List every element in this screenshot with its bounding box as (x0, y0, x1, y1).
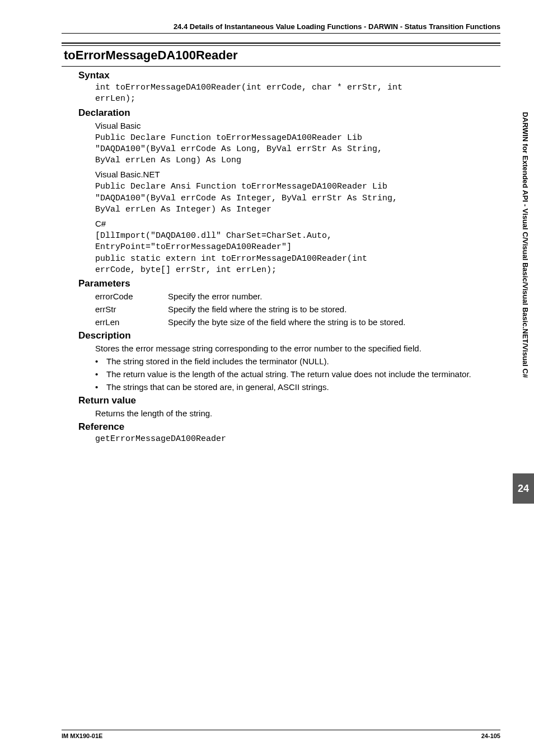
vbnet-code: Public Declare Ansi Function toErrorMess… (95, 181, 500, 215)
page-title: toErrorMessageDA100Reader (62, 47, 500, 67)
vbnet-label: Visual Basic.NET (95, 168, 500, 180)
vb-label: Visual Basic (95, 120, 500, 132)
page-footer: IM MX190-01E 24-105 (62, 730, 500, 739)
param-desc: Specify the field where the string is to… (168, 303, 500, 315)
bullet-text: The string stored in the field includes … (106, 355, 329, 367)
sidebar-chapter: 24 (513, 473, 534, 504)
bullet-icon: • (95, 368, 106, 380)
bullet-icon: • (95, 381, 106, 393)
declaration-heading: Declaration (78, 107, 500, 119)
description-intro: Stores the error message string correspo… (95, 342, 500, 354)
vb-code: Public Declare Function toErrorMessageDA… (95, 133, 500, 167)
description-bullet: • The string stored in the field include… (95, 355, 500, 367)
param-row: errStr Specify the field where the strin… (95, 303, 500, 315)
return-value-text: Returns the length of the string. (95, 407, 500, 419)
bullet-icon: • (95, 355, 106, 367)
sidebar-label: DARWIN for Extended API - Visual C/Visua… (513, 106, 534, 473)
footer-left: IM MX190-01E (62, 732, 102, 739)
param-desc: Specify the error number. (168, 290, 500, 302)
param-name: errStr (95, 303, 168, 315)
footer-right: 24-105 (481, 732, 500, 739)
reference-heading: Reference (78, 421, 500, 433)
return-value-heading: Return value (78, 395, 500, 406)
param-desc: Specify the byte size of the field where… (168, 316, 500, 328)
description-bullet: • The strings that can be stored are, in… (95, 381, 500, 393)
sidebar-tab: DARWIN for Extended API - Visual C/Visua… (513, 106, 534, 504)
cs-code: [DllImport("DAQDA100.dll" CharSet=CharSe… (95, 231, 500, 276)
param-name: errLen (95, 316, 168, 328)
param-row: errorCode Specify the error number. (95, 290, 500, 302)
parameters-heading: Parameters (78, 278, 500, 289)
description-heading: Description (78, 330, 500, 341)
syntax-code: int toErrorMessageDA100Reader(int errCod… (95, 82, 500, 105)
running-header: 24.4 Details of Instantaneous Value Load… (62, 22, 500, 34)
bullet-text: The return value is the length of the ac… (106, 368, 471, 380)
cs-label: C# (95, 218, 500, 229)
param-row: errLen Specify the byte size of the fiel… (95, 316, 500, 328)
title-rule (62, 43, 500, 46)
running-header-text: 24.4 Details of Instantaneous Value Load… (62, 22, 500, 31)
page-root: 24.4 Details of Instantaneous Value Load… (0, 0, 534, 756)
description-bullet: • The return value is the length of the … (95, 368, 500, 380)
param-name: errorCode (95, 290, 168, 302)
syntax-heading: Syntax (78, 70, 500, 81)
reference-code: getErrorMessageDA100Reader (95, 434, 500, 445)
bullet-text: The strings that can be stored are, in g… (106, 381, 329, 393)
